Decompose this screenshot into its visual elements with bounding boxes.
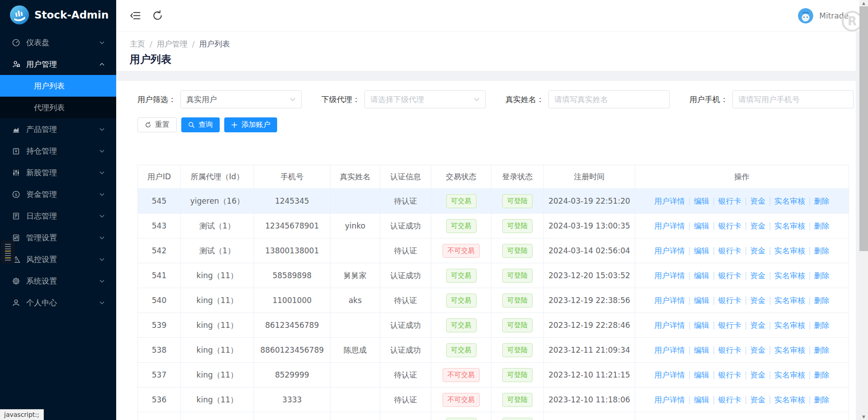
action-edit[interactable]: 编辑 — [694, 221, 709, 230]
sidebar-item-product-management[interactable]: 产品管理 — [0, 118, 116, 140]
sidebar-item-ipo-management[interactable]: 新股管理 — [0, 162, 116, 183]
column-header-5: 交易状态 — [431, 165, 491, 189]
sidebar-item-profile-center[interactable]: 个人中心 — [0, 292, 116, 313]
action-kyc-review[interactable]: 实名审核 — [774, 296, 805, 305]
action-bank-card[interactable]: 银行卡 — [718, 370, 741, 379]
breadcrumb-user-management[interactable]: 用户管理 — [157, 39, 188, 49]
sidebar-item-label: 个人中心 — [26, 298, 57, 308]
sub-agent-select[interactable]: 请选择下级代理 — [364, 90, 486, 108]
action-funds[interactable]: 资金 — [750, 321, 765, 330]
action-bank-card[interactable]: 银行卡 — [718, 271, 741, 280]
action-user-detail[interactable]: 用户详情 — [654, 246, 685, 255]
breadcrumb-home[interactable]: 主页 — [130, 39, 145, 49]
sidebar-subitem-user-list[interactable]: 用户列表 — [0, 75, 116, 97]
action-user-detail[interactable]: 用户详情 — [654, 296, 685, 305]
real-name-input[interactable] — [548, 90, 670, 108]
cell-trade-status: 不可交易 — [431, 238, 491, 263]
sidebar-item-admin-settings[interactable]: 管理设置 — [0, 227, 116, 248]
action-delete[interactable]: 删除 — [814, 271, 830, 280]
action-user-detail[interactable]: 用户详情 — [654, 345, 685, 355]
action-user-detail[interactable]: 用户详情 — [654, 196, 685, 205]
action-bank-card[interactable]: 银行卡 — [718, 321, 741, 330]
action-edit[interactable]: 编辑 — [694, 271, 709, 280]
action-bank-card[interactable]: 银行卡 — [718, 345, 741, 355]
scrollbar-up-arrow[interactable]: ▲ — [859, 0, 868, 6]
action-delete[interactable]: 删除 — [814, 196, 830, 205]
action-delete[interactable]: 删除 — [814, 296, 830, 305]
action-edit[interactable]: 编辑 — [694, 370, 709, 379]
reset-button[interactable]: 重置 — [137, 117, 177, 132]
action-user-detail[interactable]: 用户详情 — [654, 321, 685, 330]
action-edit[interactable]: 编辑 — [694, 246, 709, 255]
action-separator: | — [745, 271, 747, 280]
action-kyc-review[interactable]: 实名审核 — [774, 196, 805, 205]
search-button[interactable]: 查询 — [181, 117, 220, 132]
refresh-icon[interactable] — [152, 10, 163, 21]
action-edit[interactable]: 编辑 — [694, 321, 709, 330]
action-kyc-review[interactable]: 实名审核 — [774, 321, 805, 330]
action-funds[interactable]: 资金 — [750, 221, 765, 230]
scrollbar-down-arrow[interactable]: ▼ — [859, 414, 868, 420]
sidebar-item-label: 系统设置 — [26, 276, 57, 286]
action-edit[interactable]: 编辑 — [694, 296, 709, 305]
action-funds[interactable]: 资金 — [750, 345, 765, 355]
sidebar-item-dashboard[interactable]: 仪表盘 — [0, 32, 116, 53]
action-user-detail[interactable]: 用户详情 — [654, 395, 685, 404]
action-user-detail[interactable]: 用户详情 — [654, 221, 685, 230]
scrollbar-thumb[interactable] — [859, 6, 868, 251]
sidebar-item-label: 管理设置 — [26, 233, 57, 243]
sidebar-item-log-management[interactable]: 日志管理 — [0, 205, 116, 227]
action-funds[interactable]: 资金 — [750, 370, 765, 379]
action-bank-card[interactable]: 银行卡 — [718, 196, 741, 205]
action-edit[interactable]: 编辑 — [694, 196, 709, 205]
cell-register-time — [544, 412, 635, 420]
action-kyc-review[interactable]: 实名审核 — [774, 271, 805, 280]
collapse-sidebar-icon[interactable] — [130, 10, 141, 21]
add-account-button[interactable]: 添加账户 — [224, 117, 277, 132]
action-funds[interactable]: 资金 — [750, 271, 765, 280]
action-funds[interactable]: 资金 — [750, 395, 765, 404]
scroll-indicator-widget[interactable] — [1, 240, 15, 264]
page-scrollbar[interactable]: ▲ ▼ — [859, 0, 868, 420]
app-logo[interactable]: Stock-Admin — [0, 0, 116, 30]
action-edit[interactable]: 编辑 — [694, 395, 709, 404]
action-kyc-review[interactable]: 实名审核 — [774, 246, 805, 255]
cell-actions: 用户详情|编辑|银行卡|资金|实名审核|删除 — [635, 263, 849, 288]
action-kyc-review[interactable]: 实名审核 — [774, 370, 805, 379]
sidebar-item-position-management[interactable]: ¥持仓管理 — [0, 140, 116, 162]
action-bank-card[interactable]: 银行卡 — [718, 221, 741, 230]
chevron-down-icon — [290, 98, 296, 101]
user-phone-input[interactable] — [732, 90, 854, 108]
action-funds[interactable]: 资金 — [750, 246, 765, 255]
cell-phone: 1245345 — [254, 189, 330, 214]
sidebar-item-system-settings[interactable]: 系统设置 — [0, 270, 116, 292]
position-management-icon: ¥ — [12, 147, 20, 155]
action-bank-card[interactable]: 银行卡 — [718, 246, 741, 255]
sidebar-item-label: 仪表盘 — [26, 37, 49, 48]
action-delete[interactable]: 删除 — [814, 321, 830, 330]
cell-phone: 12345678901 — [254, 214, 330, 238]
cell-actions: 用户详情|编辑|银行卡|资金|实名审核|删除 — [635, 214, 849, 238]
action-delete[interactable]: 删除 — [814, 395, 830, 404]
action-kyc-review[interactable]: 实名审核 — [774, 395, 805, 404]
action-funds[interactable]: 资金 — [750, 296, 765, 305]
action-kyc-review[interactable]: 实名审核 — [774, 345, 805, 355]
action-user-detail[interactable]: 用户详情 — [654, 370, 685, 379]
action-bank-card[interactable]: 银行卡 — [718, 395, 741, 404]
action-funds[interactable]: 资金 — [750, 196, 765, 205]
action-kyc-review[interactable]: 实名审核 — [774, 221, 805, 230]
user-filter-select[interactable]: 真实用户 — [180, 90, 302, 108]
action-delete[interactable]: 删除 — [814, 246, 830, 255]
action-user-detail[interactable]: 用户详情 — [654, 271, 685, 280]
action-delete[interactable]: 删除 — [814, 370, 830, 379]
cell-real-name: aks — [330, 288, 380, 313]
action-delete[interactable]: 删除 — [814, 345, 830, 355]
sidebar-item-user-management[interactable]: 用户管理 — [0, 53, 116, 75]
sidebar-subitem-agent-list[interactable]: 代理列表 — [0, 97, 116, 118]
action-bank-card[interactable]: 银行卡 — [718, 296, 741, 305]
cell-actions: 用户详情|编辑|银行卡|资金|实名审核|删除 — [635, 288, 849, 313]
sidebar-item-risk-settings[interactable]: 风控设置 — [0, 248, 116, 270]
action-delete[interactable]: 删除 — [814, 221, 830, 230]
sidebar-item-funds-management[interactable]: $资金管理 — [0, 183, 116, 205]
action-edit[interactable]: 编辑 — [694, 345, 709, 355]
